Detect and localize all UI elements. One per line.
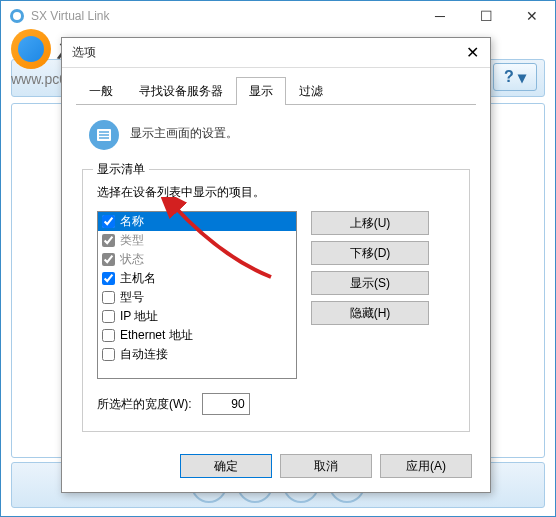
list-item[interactable]: 主机名 — [98, 269, 296, 288]
display-settings-icon — [88, 119, 120, 151]
item-label: 自动连接 — [120, 346, 168, 363]
group-description: 选择在设备列表中显示的项目。 — [97, 184, 455, 201]
item-label: 名称 — [120, 213, 144, 230]
window-title: SX Virtual Link — [31, 9, 417, 23]
app-icon — [9, 8, 25, 24]
checkbox[interactable] — [102, 234, 115, 247]
dialog-title: 选项 — [72, 44, 460, 61]
width-label: 所选栏的宽度(W): — [97, 396, 192, 413]
ok-button[interactable]: 确定 — [180, 454, 272, 478]
move-up-button[interactable]: 上移(U) — [311, 211, 429, 235]
checkbox[interactable] — [102, 310, 115, 323]
column-checklist[interactable]: 名称类型状态主机名型号IP 地址Ethernet 地址自动连接 — [97, 211, 297, 379]
tab-filter[interactable]: 过滤 — [286, 77, 336, 105]
tab-general[interactable]: 一般 — [76, 77, 126, 105]
dialog-footer: 确定 取消 应用(A) — [62, 444, 490, 488]
item-label: IP 地址 — [120, 308, 158, 325]
list-item[interactable]: 自动连接 — [98, 345, 296, 364]
tab-search[interactable]: 寻找设备服务器 — [126, 77, 236, 105]
checkbox[interactable] — [102, 215, 115, 228]
item-label: 型号 — [120, 289, 144, 306]
item-label: 状态 — [120, 251, 144, 268]
description-text: 显示主画面的设置。 — [130, 119, 238, 142]
dialog-close-button[interactable]: ✕ — [460, 41, 484, 65]
checkbox[interactable] — [102, 253, 115, 266]
list-item[interactable]: 状态 — [98, 250, 296, 269]
checkbox[interactable] — [102, 348, 115, 361]
item-label: 类型 — [120, 232, 144, 249]
list-item[interactable]: 型号 — [98, 288, 296, 307]
hide-button[interactable]: 隐藏(H) — [311, 301, 429, 325]
list-item[interactable]: 类型 — [98, 231, 296, 250]
group-title: 显示清单 — [93, 161, 149, 178]
description-row: 显示主画面的设置。 — [82, 119, 470, 151]
list-item[interactable]: Ethernet 地址 — [98, 326, 296, 345]
side-buttons: 上移(U) 下移(D) 显示(S) 隐藏(H) — [311, 211, 429, 325]
maximize-button[interactable]: ☐ — [463, 1, 509, 31]
main-window: SX Virtual Link ─ ☐ ✕ ? ▾ 河东软件园 www.pc03… — [0, 0, 556, 517]
width-input[interactable] — [202, 393, 250, 415]
apply-button[interactable]: 应用(A) — [380, 454, 472, 478]
item-label: 主机名 — [120, 270, 156, 287]
window-controls: ─ ☐ ✕ — [417, 1, 555, 31]
checkbox[interactable] — [102, 329, 115, 342]
show-button[interactable]: 显示(S) — [311, 271, 429, 295]
checkbox[interactable] — [102, 272, 115, 285]
minimize-button[interactable]: ─ — [417, 1, 463, 31]
list-row: 名称类型状态主机名型号IP 地址Ethernet 地址自动连接 上移(U) 下移… — [97, 211, 455, 379]
svg-point-1 — [13, 12, 21, 20]
options-dialog: 选项 ✕ 一般 寻找设备服务器 显示 过滤 显示主画面的设置。 显示清单 选择在… — [61, 37, 491, 493]
tabs: 一般 寻找设备服务器 显示 过滤 — [62, 68, 490, 104]
cancel-button[interactable]: 取消 — [280, 454, 372, 478]
main-titlebar: SX Virtual Link ─ ☐ ✕ — [1, 1, 555, 31]
item-label: Ethernet 地址 — [120, 327, 193, 344]
checkbox[interactable] — [102, 291, 115, 304]
width-row: 所选栏的宽度(W): — [97, 393, 455, 415]
list-item[interactable]: 名称 — [98, 212, 296, 231]
tab-body: 显示主画面的设置。 显示清单 选择在设备列表中显示的项目。 名称类型状态主机名型… — [62, 105, 490, 444]
help-button[interactable]: ? ▾ — [493, 63, 537, 91]
list-item[interactable]: IP 地址 — [98, 307, 296, 326]
close-button[interactable]: ✕ — [509, 1, 555, 31]
display-list-group: 显示清单 选择在设备列表中显示的项目。 名称类型状态主机名型号IP 地址Ethe… — [82, 169, 470, 432]
move-down-button[interactable]: 下移(D) — [311, 241, 429, 265]
tab-display[interactable]: 显示 — [236, 77, 286, 105]
dialog-titlebar: 选项 ✕ — [62, 38, 490, 68]
